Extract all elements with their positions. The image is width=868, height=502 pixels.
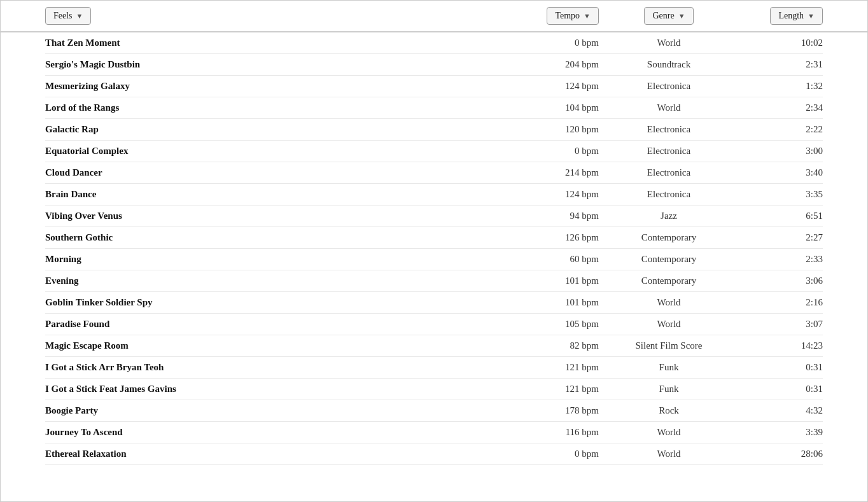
- length-filter-button[interactable]: Length ▼: [770, 7, 823, 25]
- tempo-label: Tempo: [555, 11, 580, 21]
- table-row[interactable]: Lord of the Rangs104 bpmWorld2:34: [45, 97, 823, 119]
- track-title: Evening: [45, 275, 472, 286]
- track-genre: Contemporary: [599, 275, 739, 286]
- tempo-arrow-icon: ▼: [584, 12, 591, 20]
- table-row[interactable]: Southern Gothic126 bpmContemporary2:27: [45, 227, 823, 249]
- tempo-filter-button[interactable]: Tempo ▼: [547, 7, 599, 25]
- table-row[interactable]: Boogie Party178 bpmRock4:32: [45, 400, 823, 422]
- track-tempo: 116 bpm: [472, 427, 599, 438]
- table-row[interactable]: Sergio's Magic Dustbin204 bpmSoundtrack2…: [45, 54, 823, 76]
- table-row[interactable]: Equatorial Complex0 bpmElectronica3:00: [45, 141, 823, 162]
- track-title: Boogie Party: [45, 405, 472, 416]
- track-length: 2:31: [739, 59, 823, 70]
- track-genre: Contemporary: [599, 254, 739, 265]
- track-length: 3:39: [739, 427, 823, 438]
- feels-label: Feels: [53, 11, 73, 21]
- track-title: That Zen Moment: [45, 38, 472, 48]
- track-title: Goblin Tinker Soldier Spy: [45, 297, 472, 308]
- track-genre: World: [599, 297, 739, 308]
- track-title: I Got a Stick Feat James Gavins: [45, 384, 472, 394]
- table-row[interactable]: That Zen Moment0 bpmWorld10:02: [45, 32, 823, 54]
- track-title: I Got a Stick Arr Bryan Teoh: [45, 362, 472, 373]
- track-length: 2:16: [739, 297, 823, 308]
- table-row[interactable]: Cloud Dancer214 bpmElectronica3:40: [45, 162, 823, 184]
- track-genre: Electronica: [599, 81, 739, 92]
- track-tempo: 0 bpm: [472, 38, 599, 48]
- track-length: 6:51: [739, 211, 823, 221]
- track-title: Morning: [45, 254, 472, 265]
- track-length: 3:00: [739, 146, 823, 157]
- track-genre: Electronica: [599, 124, 739, 135]
- feels-filter-col: Feels ▼: [45, 7, 472, 25]
- table-row[interactable]: Evening101 bpmContemporary3:06: [45, 270, 823, 292]
- track-genre: Funk: [599, 362, 739, 373]
- table-row[interactable]: Magic Escape Room82 bpmSilent Film Score…: [45, 335, 823, 357]
- track-tempo: 82 bpm: [472, 340, 599, 351]
- track-title: Paradise Found: [45, 319, 472, 330]
- feels-arrow-icon: ▼: [76, 12, 83, 20]
- track-length: 2:34: [739, 102, 823, 113]
- table-row[interactable]: Galactic Rap120 bpmElectronica2:22: [45, 119, 823, 141]
- track-genre: Funk: [599, 384, 739, 394]
- track-tempo: 124 bpm: [472, 189, 599, 200]
- track-genre: Electronica: [599, 167, 739, 178]
- track-genre: Soundtrack: [599, 59, 739, 70]
- genre-arrow-icon: ▼: [678, 12, 685, 20]
- table-row[interactable]: Vibing Over Venus94 bpmJazz6:51: [45, 206, 823, 227]
- track-length: 1:32: [739, 81, 823, 92]
- table-row[interactable]: Journey To Ascend116 bpmWorld3:39: [45, 422, 823, 443]
- genre-filter-button[interactable]: Genre ▼: [644, 7, 693, 25]
- track-genre: Rock: [599, 405, 739, 416]
- track-genre: World: [599, 449, 739, 459]
- table-row[interactable]: Brain Dance124 bpmElectronica3:35: [45, 184, 823, 206]
- track-title: Galactic Rap: [45, 124, 472, 135]
- length-filter-col: Length ▼: [739, 7, 823, 25]
- track-tempo: 121 bpm: [472, 362, 599, 373]
- tempo-filter-col: Tempo ▼: [472, 7, 599, 25]
- track-length: 4:32: [739, 405, 823, 416]
- table-row[interactable]: Goblin Tinker Soldier Spy101 bpmWorld2:1…: [45, 292, 823, 314]
- track-tempo: 101 bpm: [472, 297, 599, 308]
- table-row[interactable]: Morning60 bpmContemporary2:33: [45, 249, 823, 270]
- track-title: Brain Dance: [45, 189, 472, 200]
- track-tempo: 178 bpm: [472, 405, 599, 416]
- track-tempo: 214 bpm: [472, 167, 599, 178]
- track-length: 28:06: [739, 449, 823, 459]
- track-genre: Jazz: [599, 211, 739, 221]
- table-row[interactable]: I Got a Stick Feat James Gavins121 bpmFu…: [45, 379, 823, 400]
- track-tempo: 101 bpm: [472, 275, 599, 286]
- genre-label: Genre: [652, 11, 674, 21]
- track-length: 2:27: [739, 232, 823, 243]
- track-tempo: 124 bpm: [472, 81, 599, 92]
- track-tempo: 204 bpm: [472, 59, 599, 70]
- track-list: That Zen Moment0 bpmWorld10:02Sergio's M…: [1, 32, 867, 465]
- track-title: Magic Escape Room: [45, 340, 472, 351]
- table-row[interactable]: Ethereal Relaxation0 bpmWorld28:06: [45, 443, 823, 465]
- filter-header: Feels ▼ Tempo ▼ Genre ▼ Length ▼: [1, 1, 867, 32]
- track-tempo: 121 bpm: [472, 384, 599, 394]
- table-row[interactable]: I Got a Stick Arr Bryan Teoh121 bpmFunk0…: [45, 357, 823, 379]
- track-title: Journey To Ascend: [45, 427, 472, 438]
- track-tempo: 126 bpm: [472, 232, 599, 243]
- track-title: Ethereal Relaxation: [45, 449, 472, 459]
- track-title: Equatorial Complex: [45, 146, 472, 157]
- track-genre: World: [599, 38, 739, 48]
- track-genre: World: [599, 102, 739, 113]
- track-title: Lord of the Rangs: [45, 102, 472, 113]
- track-tempo: 120 bpm: [472, 124, 599, 135]
- table-row[interactable]: Mesmerizing Galaxy124 bpmElectronica1:32: [45, 76, 823, 97]
- genre-filter-col: Genre ▼: [599, 7, 739, 25]
- track-tempo: 60 bpm: [472, 254, 599, 265]
- track-tempo: 105 bpm: [472, 319, 599, 330]
- track-length: 3:06: [739, 275, 823, 286]
- feels-filter-button[interactable]: Feels ▼: [45, 7, 91, 25]
- track-genre: Contemporary: [599, 232, 739, 243]
- track-tempo: 0 bpm: [472, 146, 599, 157]
- track-title: Mesmerizing Galaxy: [45, 81, 472, 92]
- track-genre: Silent Film Score: [599, 340, 739, 351]
- track-length: 3:40: [739, 167, 823, 178]
- length-arrow-icon: ▼: [808, 12, 815, 20]
- table-row[interactable]: Paradise Found105 bpmWorld3:07: [45, 314, 823, 335]
- track-title: Southern Gothic: [45, 232, 472, 243]
- main-container: Feels ▼ Tempo ▼ Genre ▼ Length ▼ That Ze…: [0, 0, 868, 502]
